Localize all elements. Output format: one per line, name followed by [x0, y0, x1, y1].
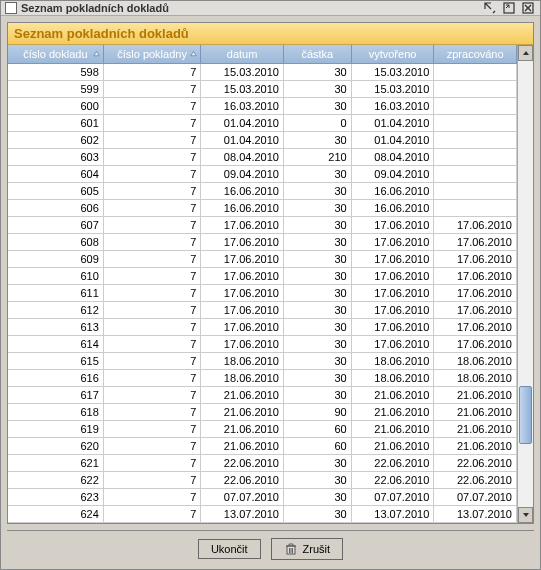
close-button[interactable]: Ukončit: [198, 539, 261, 559]
cell-amount: 210: [283, 148, 351, 165]
table-row[interactable]: 604709.04.20103009.04.2010: [8, 165, 517, 182]
cell-cash_no: 7: [103, 148, 200, 165]
cell-cash_no: 7: [103, 420, 200, 437]
cell-cash_no: 7: [103, 437, 200, 454]
cell-cash_no: 7: [103, 369, 200, 386]
svg-marker-4: [523, 51, 529, 55]
cell-cash_no: 7: [103, 386, 200, 403]
cell-date: 08.04.2010: [201, 148, 284, 165]
cell-date: 16.06.2010: [201, 199, 284, 216]
cell-amount: 30: [283, 216, 351, 233]
table-row[interactable]: 616718.06.20103018.06.201018.06.2010: [8, 369, 517, 386]
col-processed[interactable]: zpracováno: [434, 45, 517, 63]
window-controls: [482, 1, 536, 15]
cell-date: 16.06.2010: [201, 182, 284, 199]
cell-doc_no: 614: [8, 335, 103, 352]
cell-amount: 60: [283, 420, 351, 437]
cell-processed: 21.06.2010: [434, 420, 517, 437]
cell-cash_no: 7: [103, 250, 200, 267]
col-cash-no[interactable]: číslo pokladny: [103, 45, 200, 63]
table-row[interactable]: 610717.06.20103017.06.201017.06.2010: [8, 267, 517, 284]
table-row[interactable]: 617721.06.20103021.06.201021.06.2010: [8, 386, 517, 403]
cell-doc_no: 613: [8, 318, 103, 335]
cell-doc_no: 610: [8, 267, 103, 284]
table-row[interactable]: 621722.06.20103022.06.201022.06.2010: [8, 454, 517, 471]
col-date[interactable]: datum: [201, 45, 284, 63]
cell-processed: 21.06.2010: [434, 386, 517, 403]
table-row[interactable]: 599715.03.20103015.03.2010: [8, 80, 517, 97]
scroll-up-button[interactable]: [518, 45, 533, 61]
table-row[interactable]: 609717.06.20103017.06.201017.06.2010: [8, 250, 517, 267]
cell-cash_no: 7: [103, 233, 200, 250]
cell-processed: 18.06.2010: [434, 369, 517, 386]
cell-created: 13.07.2010: [351, 505, 434, 522]
col-amount[interactable]: částka: [283, 45, 351, 63]
cell-doc_no: 623: [8, 488, 103, 505]
titlebar: Seznam pokladních dokladů: [1, 1, 540, 16]
close-label: Ukončit: [211, 543, 248, 555]
table-row[interactable]: 605716.06.20103016.06.2010: [8, 182, 517, 199]
col-doc-no[interactable]: číslo dokladu: [8, 45, 103, 63]
cell-doc_no: 615: [8, 352, 103, 369]
maximize-button[interactable]: [501, 1, 517, 15]
cell-processed: 07.07.2010: [434, 488, 517, 505]
cancel-button[interactable]: Zrušit: [271, 538, 344, 560]
table-row[interactable]: 620721.06.20106021.06.201021.06.2010: [8, 437, 517, 454]
cell-date: 21.06.2010: [201, 403, 284, 420]
table-row[interactable]: 622722.06.20103022.06.201022.06.2010: [8, 471, 517, 488]
table-row[interactable]: 612717.06.20103017.06.201017.06.2010: [8, 301, 517, 318]
table-row[interactable]: 608717.06.20103017.06.201017.06.2010: [8, 233, 517, 250]
scroll-track[interactable]: [518, 61, 533, 507]
cell-amount: 30: [283, 63, 351, 80]
cell-doc_no: 606: [8, 199, 103, 216]
table-row[interactable]: 624713.07.20103013.07.201013.07.2010: [8, 505, 517, 522]
scroll-down-button[interactable]: [518, 507, 533, 523]
cell-date: 17.06.2010: [201, 216, 284, 233]
cell-cash_no: 7: [103, 267, 200, 284]
cell-created: 17.06.2010: [351, 233, 434, 250]
col-created[interactable]: vytvořeno: [351, 45, 434, 63]
cell-processed: 21.06.2010: [434, 437, 517, 454]
cell-processed: 22.06.2010: [434, 471, 517, 488]
cell-cash_no: 7: [103, 114, 200, 131]
table-row[interactable]: 598715.03.20103015.03.2010: [8, 63, 517, 80]
document-table: číslo dokladu číslo pokladny datum částk…: [8, 45, 517, 523]
cell-cash_no: 7: [103, 352, 200, 369]
table-row[interactable]: 614717.06.20103017.06.201017.06.2010: [8, 335, 517, 352]
cell-cash_no: 7: [103, 165, 200, 182]
grid-scroll: číslo dokladu číslo pokladny datum částk…: [8, 45, 517, 523]
cell-cash_no: 7: [103, 335, 200, 352]
cell-date: 01.04.2010: [201, 131, 284, 148]
table-row[interactable]: 615718.06.20103018.06.201018.06.2010: [8, 352, 517, 369]
table-row[interactable]: 611717.06.20103017.06.201017.06.2010: [8, 284, 517, 301]
vertical-scrollbar[interactable]: [517, 45, 533, 523]
table-row[interactable]: 623707.07.20103007.07.201007.07.2010: [8, 488, 517, 505]
table-row[interactable]: 607717.06.20103017.06.201017.06.2010: [8, 216, 517, 233]
table-row[interactable]: 618721.06.20109021.06.201021.06.2010: [8, 403, 517, 420]
scroll-thumb[interactable]: [519, 386, 532, 444]
window-frame: Seznam pokladních dokladů Seznam pokladn…: [0, 0, 541, 570]
maximize-icon: [503, 2, 515, 14]
table-row[interactable]: 601701.04.2010001.04.2010: [8, 114, 517, 131]
cell-doc_no: 601: [8, 114, 103, 131]
cell-cash_no: 7: [103, 63, 200, 80]
close-button[interactable]: [520, 1, 536, 15]
table-row[interactable]: 602701.04.20103001.04.2010: [8, 131, 517, 148]
cell-cash_no: 7: [103, 199, 200, 216]
cell-created: 15.03.2010: [351, 80, 434, 97]
cell-date: 13.07.2010: [201, 505, 284, 522]
table-row[interactable]: 603708.04.201021008.04.2010: [8, 148, 517, 165]
panel-title: Seznam pokladních dokladů: [8, 23, 533, 45]
table-row[interactable]: 613717.06.20103017.06.201017.06.2010: [8, 318, 517, 335]
cell-date: 21.06.2010: [201, 437, 284, 454]
cell-amount: 90: [283, 403, 351, 420]
minimize-button[interactable]: [482, 1, 498, 15]
table-row[interactable]: 600716.03.20103016.03.2010: [8, 97, 517, 114]
cell-created: 09.04.2010: [351, 165, 434, 182]
svg-marker-3: [191, 51, 196, 55]
table-row[interactable]: 606716.06.20103016.06.2010: [8, 199, 517, 216]
table-row[interactable]: 619721.06.20106021.06.201021.06.2010: [8, 420, 517, 437]
cell-processed: 17.06.2010: [434, 284, 517, 301]
cell-doc_no: 603: [8, 148, 103, 165]
cell-date: 17.06.2010: [201, 250, 284, 267]
